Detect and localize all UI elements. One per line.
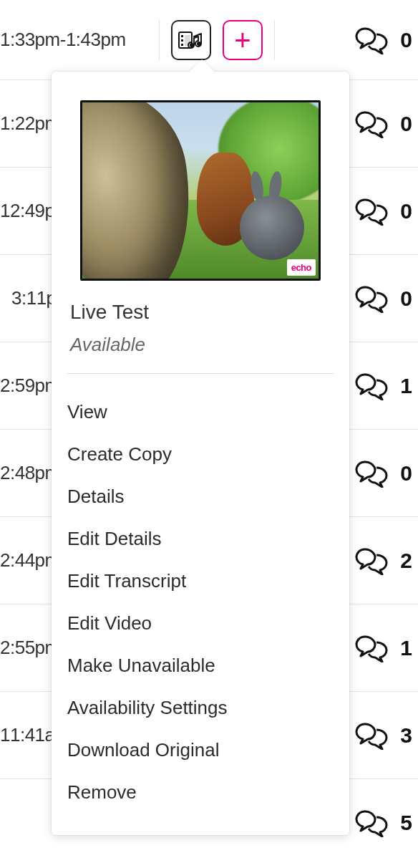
menu-availability-settings[interactable]: Availability Settings <box>64 687 334 729</box>
separator <box>274 20 275 60</box>
comments-button[interactable]: 3 <box>355 721 412 750</box>
add-button[interactable]: + <box>223 20 263 60</box>
comments-button[interactable]: 2 <box>355 546 412 575</box>
svg-rect-4 <box>185 35 190 46</box>
divider <box>67 373 334 374</box>
media-button[interactable] <box>171 20 211 60</box>
chat-icon <box>355 721 389 750</box>
echo-badge: echo <box>287 259 316 276</box>
row-toolbar: + <box>159 20 275 60</box>
chat-icon <box>355 284 389 313</box>
menu-create-copy[interactable]: Create Copy <box>64 433 334 476</box>
comments-count: 2 <box>397 549 412 573</box>
comments-count: 1 <box>397 374 412 398</box>
time-label: 1:33pm-1:43pm <box>0 29 150 51</box>
video-thumbnail[interactable]: echo <box>80 100 321 281</box>
svg-point-5 <box>190 43 194 47</box>
svg-point-6 <box>197 42 201 46</box>
comments-count: 0 <box>397 112 412 136</box>
popover-title: Live Test <box>70 301 334 324</box>
comments-count: 1 <box>397 636 412 660</box>
menu-remove[interactable]: Remove <box>64 771 334 814</box>
menu-edit-video[interactable]: Edit Video <box>64 602 334 645</box>
menu-view[interactable]: View <box>64 391 334 433</box>
svg-rect-3 <box>181 44 183 46</box>
comments-button[interactable]: 0 <box>355 110 412 138</box>
svg-rect-2 <box>181 39 183 42</box>
chat-icon <box>355 459 389 488</box>
comments-button[interactable]: 0 <box>355 459 412 488</box>
comments-button[interactable]: 0 <box>355 197 412 226</box>
chat-icon <box>355 197 389 226</box>
popover-status: Available <box>70 334 334 356</box>
comments-button[interactable]: 0 <box>355 26 412 54</box>
comments-button[interactable]: 5 <box>355 809 412 837</box>
comments-count: 3 <box>397 723 412 748</box>
comments-button[interactable]: 1 <box>355 372 412 400</box>
menu-edit-details[interactable]: Edit Details <box>64 518 334 560</box>
chat-icon <box>355 372 389 400</box>
comments-button[interactable]: 0 <box>355 284 412 313</box>
popover-menu: View Create Copy Details Edit Details Ed… <box>64 391 334 814</box>
plus-icon: + <box>234 26 251 54</box>
chat-icon <box>355 546 389 575</box>
comments-count: 0 <box>397 286 412 311</box>
menu-download-original[interactable]: Download Original <box>64 729 334 771</box>
comments-button[interactable]: 1 <box>355 634 412 662</box>
media-popover: echo Live Test Available View Create Cop… <box>52 72 349 835</box>
comments-count: 5 <box>397 811 412 835</box>
comments-count: 0 <box>397 461 412 486</box>
svg-rect-1 <box>181 35 183 37</box>
chat-icon <box>355 634 389 662</box>
menu-details[interactable]: Details <box>64 476 334 518</box>
menu-make-unavailable[interactable]: Make Unavailable <box>64 645 334 687</box>
separator <box>159 20 160 60</box>
chat-icon <box>355 26 389 54</box>
menu-edit-transcript[interactable]: Edit Transcript <box>64 560 334 602</box>
media-icon <box>178 29 204 51</box>
comments-count: 0 <box>397 28 412 52</box>
comments-count: 0 <box>397 199 412 223</box>
chat-icon <box>355 809 389 837</box>
chat-icon <box>355 110 389 138</box>
